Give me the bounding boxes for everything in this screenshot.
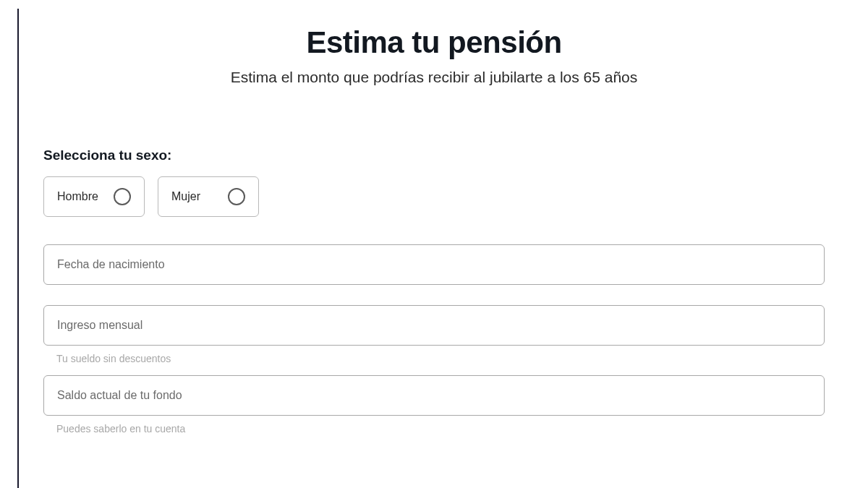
balance-group: Puedes saberlo en tu cuenta	[43, 375, 825, 435]
page-container: Estima tu pensión Estima el monto que po…	[0, 0, 868, 435]
gender-label: Selecciona tu sexo:	[43, 147, 825, 163]
form-section: Selecciona tu sexo: Hombre Mujer Tu suel…	[43, 147, 825, 435]
left-border-accent	[17, 9, 19, 488]
radio-icon	[114, 188, 131, 205]
gender-radio-group: Hombre Mujer	[43, 176, 825, 217]
balance-input[interactable]	[43, 375, 825, 416]
income-helper: Tu sueldo sin descuentos	[43, 353, 825, 364]
balance-helper: Puedes saberlo en tu cuenta	[43, 423, 825, 435]
birthdate-input[interactable]	[43, 244, 825, 285]
page-subtitle: Estima el monto que podrías recibir al j…	[43, 69, 825, 86]
gender-option-female-label: Mujer	[171, 190, 200, 203]
gender-option-male-label: Hombre	[57, 190, 98, 203]
income-input[interactable]	[43, 305, 825, 346]
page-title: Estima tu pensión	[43, 25, 825, 60]
gender-option-female[interactable]: Mujer	[158, 176, 259, 217]
gender-option-male[interactable]: Hombre	[43, 176, 145, 217]
radio-icon	[228, 188, 245, 205]
income-group: Tu sueldo sin descuentos	[43, 305, 825, 364]
birthdate-group	[43, 244, 825, 285]
